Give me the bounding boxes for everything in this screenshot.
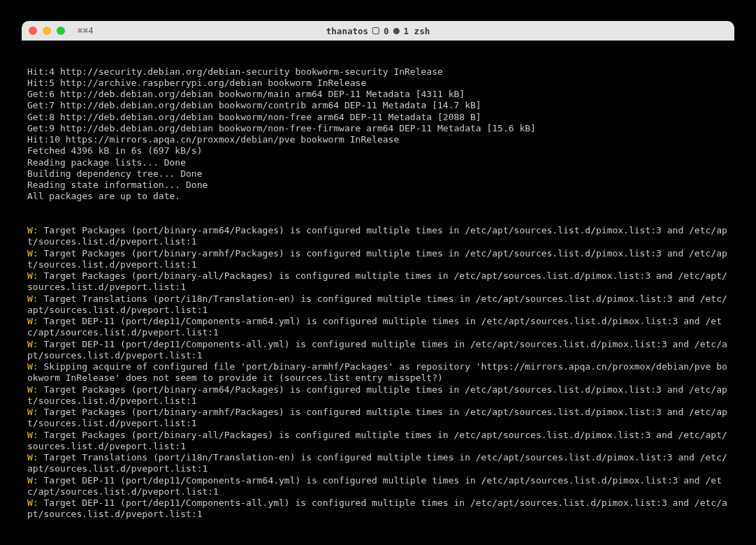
output-line: Get:7 http://deb.debian.org/debian bookw… (27, 100, 729, 111)
warning-line: W: Target Packages (port/binary-arm64/Pa… (27, 384, 729, 407)
window-title: thanatos 0 1 zsh (326, 26, 430, 36)
warn-prefix: W: (27, 339, 43, 349)
output-line: Get:6 http://deb.debian.org/debian bookw… (27, 89, 729, 100)
output-line: All packages are up to date. (27, 191, 729, 202)
warn-prefix: W: (27, 293, 43, 304)
warning-line: W: Target Packages (port/binary-all/Pack… (27, 430, 729, 453)
active-dot-icon (393, 28, 400, 34)
warn-prefix: W: (27, 407, 43, 417)
output-warnings: W: Target Packages (port/binary-arm64/Pa… (27, 225, 729, 521)
warning-line: W: Target Packages (port/binary-armhf/Pa… (27, 248, 729, 271)
warning-line: W: Target Translations (port/i18n/Transl… (27, 293, 729, 317)
zoom-icon[interactable] (57, 27, 65, 35)
warning-line: W: Target Translations (port/i18n/Transl… (27, 452, 729, 475)
warning-line: W: Target DEP-11 (port/dep11/Components-… (27, 497, 729, 521)
tab-indicator-icon (372, 27, 379, 34)
warn-prefix: W: (27, 475, 43, 486)
warning-line: W: Target Packages (port/binary-armhf/Pa… (27, 407, 729, 430)
output-plain: Hit:4 http://security.debian.org/debian-… (27, 66, 729, 203)
close-icon[interactable] (29, 27, 37, 35)
warn-prefix: W: (27, 452, 43, 463)
warn-prefix: W: (27, 497, 43, 508)
warning-line: W: Target DEP-11 (port/dep11/Components-… (27, 339, 729, 362)
titlebar[interactable]: ⌘⌘4 thanatos 0 1 zsh (22, 21, 734, 41)
warn-prefix: W: (27, 361, 43, 372)
title-tab-left: 0 (384, 26, 389, 36)
title-tab-right: 1 zsh (404, 26, 430, 36)
warning-line: W: Target DEP-11 (port/dep11/Components-… (27, 316, 729, 339)
terminal-window: ⌘⌘4 thanatos 0 1 zsh Hit:4 http://securi… (22, 21, 734, 545)
warn-prefix: W: (27, 248, 43, 259)
terminal-body[interactable]: Hit:4 http://security.debian.org/debian-… (22, 41, 734, 545)
titlebar-hint: ⌘⌘4 (78, 26, 94, 36)
warning-line: W: Target Packages (port/binary-all/Pack… (27, 270, 729, 293)
output-line: Fetched 4396 kB in 6s (697 kB/s) (27, 145, 729, 157)
warning-line: W: Skipping acquire of configured file '… (27, 361, 729, 384)
minimize-icon[interactable] (43, 27, 51, 35)
warning-line: W: Target Packages (port/binary-arm64/Pa… (27, 225, 729, 248)
warn-prefix: W: (27, 384, 43, 395)
warn-prefix: W: (27, 430, 43, 440)
warn-prefix: W: (27, 225, 43, 235)
warn-prefix: W: (27, 316, 43, 326)
output-line: Get:8 http://deb.debian.org/debian bookw… (27, 112, 729, 123)
output-line: Reading state information... Done (27, 180, 729, 191)
output-line: Hit:10 https://mirrors.apqa.cn/proxmox/d… (27, 134, 729, 145)
traffic-lights (29, 27, 65, 35)
output-line: Reading package lists... Done (27, 157, 729, 168)
title-host: thanatos (326, 26, 368, 36)
output-line: Get:9 http://deb.debian.org/debian bookw… (27, 123, 729, 134)
warn-prefix: W: (27, 270, 43, 281)
warning-line: W: Target DEP-11 (port/dep11/Components-… (27, 475, 729, 498)
output-line: Hit:4 http://security.debian.org/debian-… (27, 66, 729, 78)
output-line: Hit:5 http://archive.raspberrypi.org/deb… (27, 78, 729, 89)
output-line: Building dependency tree... Done (27, 168, 729, 180)
